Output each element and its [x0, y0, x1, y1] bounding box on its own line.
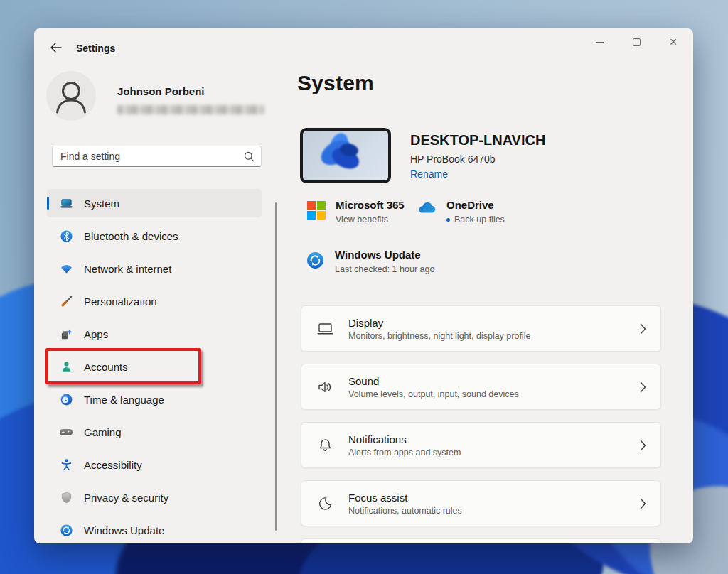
user-email-blurred [117, 105, 264, 114]
view-benefits-link[interactable]: View benefits [336, 215, 405, 224]
device-thumbnail [300, 128, 391, 183]
partial-card[interactable] [301, 538, 661, 543]
sidebar-item-personalization[interactable]: Personalization [47, 287, 262, 315]
avatar [46, 71, 96, 121]
close-button[interactable]: × [655, 28, 692, 55]
card-title: Notifications [348, 433, 461, 445]
bluetooth-icon [59, 229, 73, 243]
sidebar-item-gaming[interactable]: Gaming [47, 418, 262, 446]
ms-logo-square-red [307, 201, 316, 210]
ms-logo-square-yellow [317, 211, 326, 220]
back-button[interactable] [47, 40, 64, 57]
card-subtitle: Notifications, automatic rules [348, 506, 462, 516]
gamepad-icon [59, 425, 73, 439]
maximize-icon [633, 38, 641, 46]
card-title: Focus assist [348, 492, 462, 504]
onedrive-cloud-icon [415, 201, 437, 217]
sidebar-item-bluetooth-devices[interactable]: Bluetooth & devices [47, 222, 262, 250]
sidebar-item-time-language[interactable]: Time & language [47, 385, 262, 413]
user-profile[interactable]: Johnson Porbeni [46, 71, 281, 124]
sidebar-item-system[interactable]: System [47, 189, 262, 217]
selection-indicator [47, 197, 49, 210]
card-subtitle: Volume levels, output, input, sound devi… [348, 389, 519, 399]
shield-icon [59, 490, 73, 504]
sidebar-item-apps[interactable]: Apps [47, 320, 262, 348]
card-title: Display [348, 317, 530, 329]
user-name: Johnson Porbeni [117, 85, 205, 97]
card-focus-assist[interactable]: Focus assist Notifications, automatic ru… [301, 480, 661, 526]
sidebar-item-accessibility[interactable]: Accessibility [47, 450, 262, 479]
card-notifications[interactable]: Notifications Alerts from apps and syste… [301, 422, 661, 468]
device-name: DESKTOP-LNAVICH [410, 132, 545, 148]
card-sound[interactable]: Sound Volume levels, output, input, soun… [301, 364, 661, 410]
card-title: Sound [348, 375, 519, 387]
page-title: System [297, 71, 374, 95]
apps-grid-icon [59, 327, 73, 341]
search-icon [244, 151, 255, 165]
person-icon [59, 359, 73, 374]
backup-files-status[interactable]: Back up files [446, 215, 505, 224]
chevron-right-icon [640, 498, 646, 509]
chevron-right-icon [640, 323, 646, 335]
microsoft365-tile[interactable]: Microsoft 365 View benefits [307, 199, 405, 224]
chevron-right-icon [640, 440, 646, 451]
window-controls: × [581, 28, 692, 55]
moon-icon [316, 495, 334, 512]
ms-logo-square-green [317, 201, 326, 210]
onedrive-tile[interactable]: OneDrive Back up files [415, 199, 505, 224]
card-subtitle: Alerts from apps and system [348, 448, 461, 457]
minimize-button[interactable] [581, 28, 618, 55]
chevron-right-icon [640, 381, 646, 393]
sidebar-item-network-internet[interactable]: Network & internet [47, 254, 262, 283]
windows-update-title: Windows Update [335, 249, 434, 261]
back-arrow-icon [50, 42, 62, 53]
update-sync-icon [59, 523, 73, 537]
device-model: HP ProBook 6470b [410, 153, 545, 165]
rename-link[interactable]: Rename [410, 168, 448, 180]
microsoft365-title: Microsoft 365 [336, 199, 405, 211]
backup-files-label: Back up files [454, 215, 505, 224]
settings-card-list: Display Monitors, brightness, night ligh… [301, 305, 661, 543]
windows-update-tile[interactable]: Windows Update Last checked: 1 hour ago [306, 249, 434, 274]
laptop-icon [59, 196, 73, 210]
last-checked-status: Last checked: 1 hour ago [335, 264, 434, 274]
app-title: Settings [76, 43, 115, 54]
desktop: Settings × Johnson Porbeni [0, 0, 728, 574]
card-display[interactable]: Display Monitors, brightness, night ligh… [301, 305, 661, 352]
sidebar: System Bluetooth & devices [47, 189, 262, 543]
globe-clock-icon [59, 392, 73, 406]
sidebar-scrollbar[interactable] [275, 202, 277, 531]
search-input[interactable] [53, 146, 261, 166]
microsoft-logo-icon [307, 201, 326, 220]
onedrive-title: OneDrive [446, 199, 505, 211]
wifi-icon [59, 261, 73, 276]
sidebar-item-privacy-security[interactable]: Privacy & security [47, 483, 262, 511]
speaker-icon [316, 379, 334, 396]
card-subtitle: Monitors, brightness, night light, displ… [348, 331, 530, 341]
search-box [52, 146, 262, 167]
display-icon [316, 320, 334, 337]
brush-icon [59, 294, 73, 308]
windows-update-icon [306, 251, 325, 273]
minimize-icon [596, 42, 604, 43]
person-outline-icon [46, 71, 96, 121]
sidebar-item-windows-update[interactable]: Windows Update [47, 516, 262, 543]
settings-window: Settings × Johnson Porbeni [34, 28, 693, 543]
onedrive-status-dot-icon [446, 218, 450, 222]
sidebar-item-accounts[interactable]: Accounts [47, 352, 262, 381]
device-info: DESKTOP-LNAVICH HP ProBook 6470b Rename [300, 128, 545, 183]
bell-icon [316, 437, 334, 454]
maximize-button[interactable] [618, 28, 655, 55]
accessibility-person-icon [59, 457, 73, 472]
ms-logo-square-blue [307, 211, 316, 220]
